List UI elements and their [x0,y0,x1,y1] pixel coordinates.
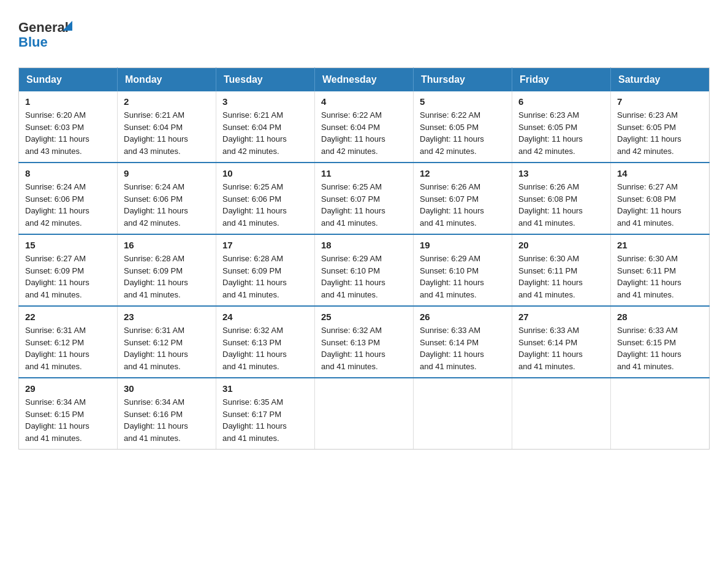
calendar-cell: 9 Sunrise: 6:24 AM Sunset: 6:06 PM Dayli… [118,163,216,234]
day-number: 9 [124,168,210,178]
column-header-sunday: Sunday [19,68,118,92]
day-number: 18 [321,240,407,250]
day-number: 24 [222,312,308,322]
day-number: 7 [617,96,703,107]
day-number: 21 [617,240,703,250]
svg-text:General: General [18,20,69,35]
page-header: General Blue [18,12,710,55]
calendar-cell: 26 Sunrise: 6:33 AM Sunset: 6:14 PM Dayl… [414,306,512,378]
day-number: 29 [25,383,111,394]
day-number: 31 [222,383,308,394]
day-number: 12 [420,168,506,178]
day-number: 20 [518,240,604,250]
day-number: 3 [222,96,308,107]
day-info: Sunrise: 6:27 AM Sunset: 6:08 PM Dayligh… [617,181,703,229]
day-info: Sunrise: 6:29 AM Sunset: 6:10 PM Dayligh… [321,253,407,301]
column-header-tuesday: Tuesday [216,68,315,92]
calendar-cell: 16 Sunrise: 6:28 AM Sunset: 6:09 PM Dayl… [118,234,216,306]
calendar-week-3: 15 Sunrise: 6:27 AM Sunset: 6:09 PM Dayl… [19,234,710,306]
calendar-header-row: SundayMondayTuesdayWednesdayThursdayFrid… [19,68,710,92]
day-info: Sunrise: 6:21 AM Sunset: 6:04 PM Dayligh… [124,109,210,157]
calendar-cell [512,378,611,450]
day-number: 28 [617,312,703,322]
calendar-cell: 28 Sunrise: 6:33 AM Sunset: 6:15 PM Dayl… [611,306,710,378]
column-header-wednesday: Wednesday [315,68,414,92]
calendar-cell: 15 Sunrise: 6:27 AM Sunset: 6:09 PM Dayl… [19,234,118,306]
calendar-cell: 30 Sunrise: 6:34 AM Sunset: 6:16 PM Dayl… [118,378,216,450]
day-number: 22 [25,312,111,322]
calendar-cell [414,378,512,450]
calendar-cell: 11 Sunrise: 6:25 AM Sunset: 6:07 PM Dayl… [315,163,414,234]
day-info: Sunrise: 6:26 AM Sunset: 6:08 PM Dayligh… [518,181,604,229]
calendar-cell: 3 Sunrise: 6:21 AM Sunset: 6:04 PM Dayli… [216,91,315,163]
day-number: 19 [420,240,506,250]
day-number: 17 [222,240,308,250]
day-info: Sunrise: 6:23 AM Sunset: 6:05 PM Dayligh… [617,109,703,157]
calendar-cell: 6 Sunrise: 6:23 AM Sunset: 6:05 PM Dayli… [512,91,611,163]
day-number: 13 [518,168,604,178]
calendar-cell: 29 Sunrise: 6:34 AM Sunset: 6:15 PM Dayl… [19,378,118,450]
day-info: Sunrise: 6:32 AM Sunset: 6:13 PM Dayligh… [321,324,407,372]
day-info: Sunrise: 6:34 AM Sunset: 6:16 PM Dayligh… [124,396,210,444]
day-info: Sunrise: 6:34 AM Sunset: 6:15 PM Dayligh… [25,396,111,444]
day-number: 15 [25,240,111,250]
column-header-saturday: Saturday [611,68,710,92]
day-info: Sunrise: 6:35 AM Sunset: 6:17 PM Dayligh… [222,396,308,444]
calendar-cell: 20 Sunrise: 6:30 AM Sunset: 6:11 PM Dayl… [512,234,611,306]
day-info: Sunrise: 6:23 AM Sunset: 6:05 PM Dayligh… [518,109,604,157]
day-info: Sunrise: 6:31 AM Sunset: 6:12 PM Dayligh… [25,324,111,372]
calendar-cell [315,378,414,450]
calendar-cell: 24 Sunrise: 6:32 AM Sunset: 6:13 PM Dayl… [216,306,315,378]
day-info: Sunrise: 6:24 AM Sunset: 6:06 PM Dayligh… [124,181,210,229]
logo: General Blue [18,12,74,55]
svg-text:Blue: Blue [18,34,48,50]
calendar-cell: 18 Sunrise: 6:29 AM Sunset: 6:10 PM Dayl… [315,234,414,306]
day-info: Sunrise: 6:22 AM Sunset: 6:04 PM Dayligh… [321,109,407,157]
calendar-cell: 8 Sunrise: 6:24 AM Sunset: 6:06 PM Dayli… [19,163,118,234]
day-number: 27 [518,312,604,322]
calendar-cell: 4 Sunrise: 6:22 AM Sunset: 6:04 PM Dayli… [315,91,414,163]
calendar-cell: 25 Sunrise: 6:32 AM Sunset: 6:13 PM Dayl… [315,306,414,378]
day-info: Sunrise: 6:30 AM Sunset: 6:11 PM Dayligh… [617,253,703,301]
calendar-cell: 2 Sunrise: 6:21 AM Sunset: 6:04 PM Dayli… [118,91,216,163]
day-info: Sunrise: 6:33 AM Sunset: 6:14 PM Dayligh… [420,324,506,372]
day-number: 2 [124,96,210,107]
column-header-thursday: Thursday [414,68,512,92]
calendar-cell: 12 Sunrise: 6:26 AM Sunset: 6:07 PM Dayl… [414,163,512,234]
calendar-week-4: 22 Sunrise: 6:31 AM Sunset: 6:12 PM Dayl… [19,306,710,378]
day-number: 4 [321,96,407,107]
day-info: Sunrise: 6:25 AM Sunset: 6:06 PM Dayligh… [222,181,308,229]
column-header-friday: Friday [512,68,611,92]
day-info: Sunrise: 6:24 AM Sunset: 6:06 PM Dayligh… [25,181,111,229]
calendar-cell: 27 Sunrise: 6:33 AM Sunset: 6:14 PM Dayl… [512,306,611,378]
day-info: Sunrise: 6:20 AM Sunset: 6:03 PM Dayligh… [25,109,111,157]
day-info: Sunrise: 6:30 AM Sunset: 6:11 PM Dayligh… [518,253,604,301]
calendar-cell: 23 Sunrise: 6:31 AM Sunset: 6:12 PM Dayl… [118,306,216,378]
day-info: Sunrise: 6:27 AM Sunset: 6:09 PM Dayligh… [25,253,111,301]
calendar-cell: 1 Sunrise: 6:20 AM Sunset: 6:03 PM Dayli… [19,91,118,163]
day-number: 25 [321,312,407,322]
day-info: Sunrise: 6:26 AM Sunset: 6:07 PM Dayligh… [420,181,506,229]
calendar-cell: 14 Sunrise: 6:27 AM Sunset: 6:08 PM Dayl… [611,163,710,234]
calendar-cell: 17 Sunrise: 6:28 AM Sunset: 6:09 PM Dayl… [216,234,315,306]
day-number: 10 [222,168,308,178]
calendar-cell: 5 Sunrise: 6:22 AM Sunset: 6:05 PM Dayli… [414,91,512,163]
day-number: 8 [25,168,111,178]
day-number: 1 [25,96,111,107]
day-info: Sunrise: 6:33 AM Sunset: 6:14 PM Dayligh… [518,324,604,372]
day-number: 30 [124,383,210,394]
column-header-monday: Monday [118,68,216,92]
day-info: Sunrise: 6:33 AM Sunset: 6:15 PM Dayligh… [617,324,703,372]
calendar-cell: 13 Sunrise: 6:26 AM Sunset: 6:08 PM Dayl… [512,163,611,234]
calendar-cell: 22 Sunrise: 6:31 AM Sunset: 6:12 PM Dayl… [19,306,118,378]
calendar-week-5: 29 Sunrise: 6:34 AM Sunset: 6:15 PM Dayl… [19,378,710,450]
day-number: 23 [124,312,210,322]
calendar-week-1: 1 Sunrise: 6:20 AM Sunset: 6:03 PM Dayli… [19,91,710,163]
day-number: 16 [124,240,210,250]
calendar-cell: 31 Sunrise: 6:35 AM Sunset: 6:17 PM Dayl… [216,378,315,450]
day-number: 6 [518,96,604,107]
day-number: 5 [420,96,506,107]
day-number: 14 [617,168,703,178]
day-info: Sunrise: 6:31 AM Sunset: 6:12 PM Dayligh… [124,324,210,372]
calendar-cell: 21 Sunrise: 6:30 AM Sunset: 6:11 PM Dayl… [611,234,710,306]
